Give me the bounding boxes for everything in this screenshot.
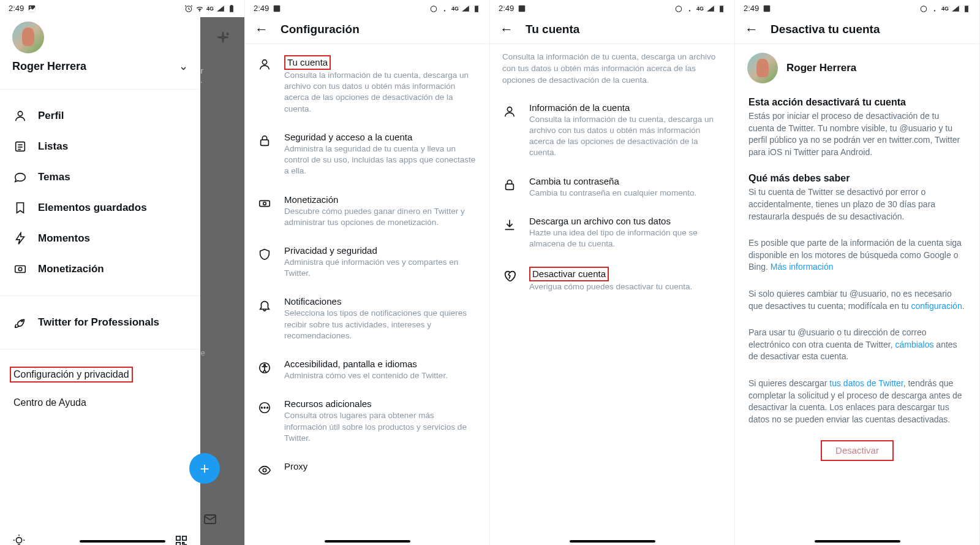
qr-icon[interactable] (175, 535, 188, 545)
item-privacidad[interactable]: Privacidad y seguridadAdministra qué inf… (245, 237, 489, 288)
svg-rect-4 (230, 5, 233, 6)
signal-icon (706, 4, 715, 13)
deact-heading-1: Esta acción desactivará tu cuenta (748, 97, 966, 108)
item-tu-cuenta[interactable]: Tu cuenta Consulta la información de tu … (245, 47, 489, 123)
svg-rect-25 (274, 5, 281, 12)
item-cambiar-contrasena[interactable]: Cambia tu contraseñaCambia tu contraseña… (490, 167, 734, 207)
status-bar: 2:49 4G (490, 0, 734, 15)
svg-rect-22 (176, 543, 180, 545)
deact-para-3: Es posible que parte de la información d… (748, 237, 966, 273)
alarm-icon (429, 4, 438, 13)
svg-rect-46 (965, 6, 968, 12)
item-accesibilidad[interactable]: Accesibilidad, pantalla e idiomasAdminis… (245, 350, 489, 390)
heartbreak-icon (503, 269, 516, 283)
page-title: Desactiva tu cuenta (771, 23, 880, 36)
svg-rect-21 (183, 536, 186, 540)
svg-point-13 (18, 267, 22, 271)
shield-icon (258, 248, 271, 261)
item-descargar-datos[interactable]: Descarga un archivo con tus datosHazte u… (490, 207, 734, 258)
status-icons: 4G (184, 4, 236, 13)
desactivar-button[interactable]: Desactivar (831, 443, 884, 458)
panel-config: 2:49 4G ← Configuración Tu cuenta Consul… (245, 0, 490, 545)
svg-point-35 (262, 407, 263, 408)
menu-monetizacion[interactable]: Monetización (0, 254, 200, 284)
header: ← Tu cuenta (490, 15, 734, 44)
menu-temas[interactable]: Temas (0, 162, 200, 192)
link-config[interactable]: configuración (911, 301, 962, 311)
back-button[interactable]: ← (745, 21, 758, 37)
key-icon (503, 178, 516, 192)
link-datos[interactable]: tus datos de Twitter (829, 378, 903, 388)
deact-para-6: Si quieres descargar tus datos de Twitte… (748, 378, 966, 425)
item-notificaciones[interactable]: NotificacionesSelecciona los tipos de no… (245, 288, 489, 350)
user-name: Roger Herrera (786, 62, 856, 74)
highlight-config: Configuración y privacidad (10, 367, 133, 383)
svg-point-45 (921, 6, 926, 11)
image-icon (763, 4, 771, 13)
menu-perfil[interactable]: Perfil (0, 101, 200, 131)
user-row[interactable]: Roger Herrera (735, 44, 979, 90)
item-info-cuenta[interactable]: Información de la cuentaConsulta la info… (490, 94, 734, 167)
svg-rect-23 (183, 543, 184, 544)
battery-icon (472, 4, 481, 13)
status-bar: 2:49 4G (735, 0, 979, 15)
deact-heading-2: Qué más debes saber (748, 173, 966, 184)
profile-icon (258, 58, 271, 71)
svg-point-26 (431, 6, 436, 11)
page-title: Configuración (281, 23, 360, 36)
nav-indicator (80, 540, 165, 543)
chevron-down-icon: ⌄ (179, 59, 188, 73)
menu-listas[interactable]: Listas (0, 131, 200, 162)
item-monetizacion[interactable]: MonetizaciónDescubre cómo puedes ganar d… (245, 186, 489, 237)
battery-icon (227, 4, 236, 13)
item-proxy[interactable]: Proxy (245, 452, 489, 486)
menu-momentos[interactable]: Momentos (0, 223, 200, 254)
status-time: 2:49 (9, 4, 24, 13)
deact-para-4: Si solo quieres cambiar tu @usuario, no … (748, 288, 966, 312)
eye-icon (258, 463, 271, 477)
monetization-icon (13, 262, 27, 276)
svg-point-28 (262, 60, 266, 64)
item-recursos[interactable]: Recursos adicionalesConsulta otros lugar… (245, 390, 489, 452)
svg-rect-41 (720, 6, 723, 12)
compose-button[interactable]: + (189, 453, 220, 484)
account-switcher[interactable]: Roger Herrera ⌄ (0, 53, 200, 90)
svg-point-40 (676, 6, 681, 11)
messages-icon[interactable] (203, 512, 217, 527)
status-bar: 2:49 4G (245, 0, 489, 15)
link-mas-info[interactable]: Más información (771, 262, 834, 272)
nav-indicator (325, 540, 410, 543)
more-icon (258, 401, 271, 414)
menu-guardados[interactable]: Elementos guardados (0, 192, 200, 223)
svg-point-31 (263, 202, 266, 205)
signal-icon (951, 4, 960, 13)
nav-indicator (815, 540, 900, 543)
deact-para-5: Para usar tu @usuario o tu dirección de … (748, 327, 966, 363)
item-desactivar[interactable]: Desactivar cuenta Averigua cómo puedes d… (490, 258, 734, 301)
panel-drawer: 2:49 4G naros. que + Roger Herrera ⌄ (0, 0, 245, 545)
highlight-desactivar-btn: Desactivar (821, 440, 894, 461)
battery-icon (962, 4, 971, 13)
link-cambialos[interactable]: cámbialos (895, 340, 933, 349)
signal-icon (216, 4, 225, 13)
menu-ayuda[interactable]: Centro de Ayuda (0, 389, 200, 417)
drawer-profile[interactable] (0, 15, 200, 53)
item-seguridad[interactable]: Seguridad y acceso a la cuentaAdministra… (245, 123, 489, 186)
status-bar: 2:49 4G (0, 0, 244, 15)
accessibility-icon (258, 361, 271, 375)
highlight-desactivar: Desactivar cuenta (529, 267, 609, 281)
avatar[interactable] (12, 21, 44, 53)
menu-config-privacy[interactable]: Configuración y privacidad (0, 360, 200, 389)
back-button[interactable]: ← (255, 21, 268, 37)
rocket-icon (13, 316, 27, 329)
menu-professionals[interactable]: Twitter for Professionals (0, 307, 200, 338)
profile-icon (503, 105, 516, 118)
svg-point-33 (264, 364, 266, 366)
bulb-icon[interactable] (12, 535, 26, 545)
download-icon (503, 218, 516, 232)
sparkle-icon[interactable] (215, 31, 231, 47)
svg-point-14 (21, 320, 23, 322)
back-button[interactable]: ← (500, 21, 513, 37)
alarm-icon (184, 4, 193, 13)
svg-point-42 (507, 107, 511, 111)
